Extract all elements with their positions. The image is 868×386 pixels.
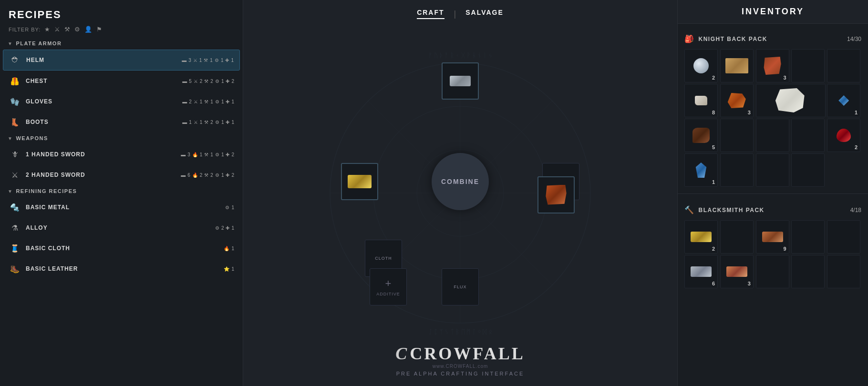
combine-button[interactable]: COMBINE	[432, 153, 489, 210]
basic-leather-label: BASIC LEATHER	[26, 265, 224, 272]
inv-cell[interactable]: 3	[720, 84, 754, 117]
section-weapons[interactable]: ▼ WEAPONS	[3, 132, 240, 144]
inv-cell[interactable]: 1	[827, 84, 860, 117]
nav-divider: |	[454, 9, 456, 19]
hammer-icon[interactable]: ⚒	[64, 26, 71, 33]
1h-sword-icon: 🗡	[9, 148, 21, 161]
refining-arrow: ▼	[8, 189, 13, 194]
filter-label: FILTER BY:	[9, 27, 41, 32]
pack-knight: 🎒 KNIGHT BACK PACK 14/30 2 3	[678, 27, 868, 190]
inv-cell-empty[interactable]	[720, 220, 754, 254]
inv-cell[interactable]: 1	[684, 153, 718, 187]
helm-req: ▬3 ⚔1 ⚒1 ⚙1 ✚1	[182, 58, 234, 63]
helm-label: HELM	[26, 57, 182, 63]
inv-cell[interactable]: 9	[756, 220, 789, 254]
2h-sword-icon: ⚔	[9, 169, 21, 181]
inv-cell-empty[interactable]	[756, 255, 789, 288]
gear-icon[interactable]: ⚙	[74, 26, 81, 33]
inv-cell[interactable]: 2	[684, 49, 718, 82]
weapons-label: WEAPONS	[16, 135, 48, 141]
recipe-item-chest[interactable]: 🦺 CHEST ▬5 ⚔2 ⚒2 ⚙1 ✚2	[3, 71, 240, 91]
basic-leather-icon: 🥾	[9, 263, 21, 275]
helm-icon: ⛑	[9, 54, 21, 66]
section-refining[interactable]: ▼ REFINING RECIPES	[3, 185, 240, 197]
craft-slot-leather[interactable]	[537, 176, 575, 213]
recipe-item-basic-cloth[interactable]: 🧵 BASIC CLOTH 🔥1	[3, 238, 240, 258]
knight-pack-name: 🎒 KNIGHT BACK PACK	[684, 34, 767, 43]
inv-cell-empty[interactable]	[756, 153, 789, 187]
orange-chunk-item	[728, 93, 746, 108]
person-icon[interactable]: 👤	[84, 26, 93, 33]
recipe-item-basic-leather[interactable]: 🥾 BASIC LEATHER ⭐1	[3, 259, 240, 279]
recipe-item-1h-sword[interactable]: 🗡 1 HANDED SWORD ▬3 🔥1 ⚒1 ⚙1 ✚2	[3, 144, 240, 164]
knight-pack-header: 🎒 KNIGHT BACK PACK 14/30	[682, 31, 863, 46]
inventory-header: INVENTORY	[678, 0, 868, 24]
recipe-item-helm[interactable]: ⛑ HELM ▬3 ⚔1 ⚒1 ⚙1 ✚1	[3, 50, 240, 71]
blacksmith-pack-header: 🔨 BLACKSMITH PACK 4/18	[682, 203, 863, 217]
inv-cell-empty[interactable]	[720, 119, 754, 152]
boots-req: ▬1 ⚔1 ⚒2 ⚙1 ✚1	[182, 120, 234, 125]
basic-leather-req: ⭐1	[224, 266, 234, 272]
knight-pack-icon: 🎒	[684, 34, 695, 43]
recipe-item-basic-metal[interactable]: 🔩 BASIC METAL ⚙1	[3, 197, 240, 217]
craft-slot-additive[interactable]: + ADDITIVE	[370, 268, 407, 305]
tab-craft[interactable]: CRAFT	[417, 9, 444, 19]
craft-slot-left[interactable]	[341, 163, 378, 200]
inv-cell-empty[interactable]	[827, 49, 860, 82]
craft-area: METAL CLOTH FLUX + ADDITIVE COMBINE	[327, 48, 594, 315]
recipe-item-gloves[interactable]: 🧤 GLOVES ▬2 ⚔1 ⚒1 ⚙1 ✚1	[3, 91, 240, 112]
inventory-title: INVENTORY	[686, 7, 859, 17]
inv-cell-empty[interactable]	[791, 220, 825, 254]
recipes-title: RECIPES	[0, 5, 243, 24]
inv-cell[interactable]: 6	[684, 255, 718, 288]
recipe-item-boots[interactable]: 👢 BOOTS ▬1 ⚔1 ⚒2 ⚙1 ✚1	[3, 112, 240, 132]
inv-cell[interactable]: 5	[684, 119, 718, 152]
inv-cell[interactable]: 2	[684, 220, 718, 254]
leather-item	[545, 185, 567, 205]
inv-cell-empty[interactable]	[720, 153, 754, 187]
inv-cell-empty[interactable]	[791, 153, 825, 187]
wood-plank-item	[725, 58, 748, 73]
basic-metal-icon: 🔩	[9, 201, 21, 213]
inv-cell-empty[interactable]	[827, 255, 860, 288]
brown-wood-item	[692, 128, 710, 143]
chest-req: ▬5 ⚔2 ⚒2 ⚙1 ✚2	[182, 79, 234, 84]
knight-pack-count: 14/30	[847, 36, 861, 42]
boots-icon: 👢	[9, 116, 21, 128]
svg-text:ᛇ ᛈ ᛉ ᛊ ᛏ ᛒ ᛖ ᛗ ᛚ ᛜ ᛞ ᛟ: ᛇ ᛈ ᛉ ᛊ ᛏ ᛒ ᛖ ᛗ ᛚ ᛜ ᛞ ᛟ	[428, 328, 492, 335]
section-plate-armor[interactable]: ▼ PLATE ARMOR	[3, 38, 240, 49]
alloy-req: ⚙2 ✚1	[215, 225, 234, 231]
recipe-item-alloy[interactable]: ⚗ ALLOY ⚙2 ✚1	[3, 218, 240, 238]
tab-salvage[interactable]: SALVAGE	[465, 9, 504, 19]
2h-sword-req: ▬6 🔥2 ⚒2 ⚙1 ✚2	[181, 173, 234, 178]
craft-slot-top[interactable]	[442, 62, 479, 100]
inv-cell[interactable]: 3	[720, 255, 754, 288]
gloves-req: ▬2 ⚔1 ⚒1 ⚙1 ✚1	[182, 99, 234, 104]
flag-icon[interactable]: ⚑	[96, 26, 103, 33]
logo-subtitle: PRE ALPHA CRAFTING INTERFACE	[395, 371, 525, 376]
blacksmith-pack-count: 4/18	[850, 207, 861, 213]
inv-cell[interactable]: 2	[827, 119, 860, 152]
inv-cell-empty[interactable]	[827, 220, 860, 254]
star-icon[interactable]: ★	[44, 26, 51, 33]
recipe-item-2h-sword[interactable]: ⚔ 2 HANDED SWORD ▬6 🔥2 ⚒2 ⚙1 ✚2	[3, 165, 240, 185]
req-icon-5: ✚	[225, 58, 229, 63]
white-chunk-item	[695, 96, 707, 105]
inv-cell-empty[interactable]	[756, 119, 789, 152]
refining-label: REFINING RECIPES	[16, 188, 77, 194]
basic-metal-req: ⚙1	[225, 205, 234, 210]
inv-cell-white-rock[interactable]	[756, 84, 826, 117]
boots-label: BOOTS	[26, 119, 182, 125]
inv-cell-empty[interactable]	[791, 255, 825, 288]
silver-bar-item	[450, 76, 471, 86]
right-panel: INVENTORY 🎒 KNIGHT BACK PACK 14/30 2	[677, 0, 868, 386]
inv-cell-empty[interactable]	[791, 49, 825, 82]
req-icon-2: ⚔	[193, 58, 197, 63]
inv-cell[interactable]: 3	[756, 49, 789, 82]
inv-cell-empty[interactable]	[791, 119, 825, 152]
craft-slot-flux[interactable]: FLUX	[442, 268, 479, 305]
basic-metal-label: BASIC METAL	[26, 204, 225, 211]
inv-cell[interactable]: 8	[684, 84, 718, 117]
inv-cell[interactable]	[720, 49, 754, 82]
sword-icon[interactable]: ⚔	[54, 26, 61, 33]
